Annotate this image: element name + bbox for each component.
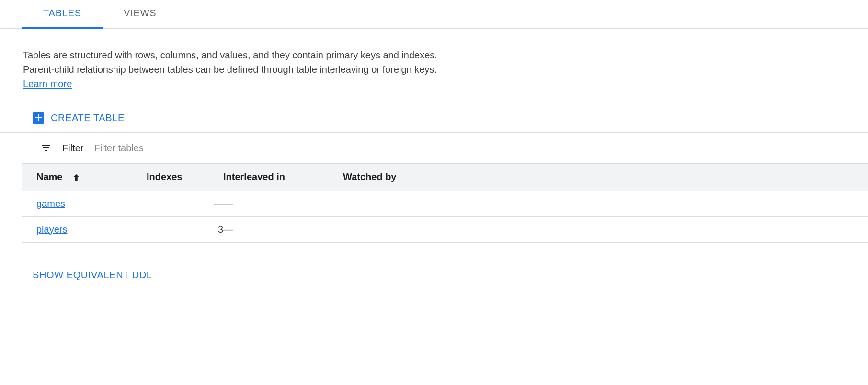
description-body: Tables are structured with rows, columns…	[23, 50, 437, 75]
cell-interleaved: —	[223, 216, 343, 242]
tab-bar: TABLES VIEWS	[0, 0, 868, 29]
create-table-button[interactable]: CREATE TABLE	[33, 112, 125, 124]
filter-label: Filter	[62, 143, 83, 154]
column-header-indexes[interactable]: Indexes	[147, 164, 223, 191]
cell-watched	[343, 191, 868, 216]
column-header-interleaved[interactable]: Interleaved in	[223, 164, 343, 191]
table-row: players 3 —	[22, 216, 868, 242]
plus-icon	[33, 112, 44, 124]
filter-bar: Filter	[0, 132, 868, 163]
table-name-link[interactable]: players	[36, 224, 67, 235]
learn-more-link[interactable]: Learn more	[23, 79, 72, 89]
filter-input[interactable]	[94, 143, 238, 154]
cell-interleaved: —	[223, 191, 343, 216]
show-equivalent-ddl-button[interactable]: SHOW EQUIVALENT DDL	[33, 270, 152, 281]
create-table-label: CREATE TABLE	[51, 113, 125, 124]
table-name-link[interactable]: games	[36, 198, 65, 209]
filter-icon	[40, 142, 52, 154]
column-header-name[interactable]: Name	[22, 164, 147, 191]
description-text: Tables are structured with rows, columns…	[0, 29, 450, 91]
column-header-watched[interactable]: Watched by	[343, 164, 868, 191]
cell-indexes: —	[147, 191, 223, 216]
cell-indexes: 3	[147, 216, 223, 242]
column-header-name-label: Name	[36, 171, 62, 182]
tab-views[interactable]: VIEWS	[103, 0, 177, 29]
table-row: games — —	[22, 191, 868, 216]
tab-tables[interactable]: TABLES	[22, 0, 103, 29]
tables-list: Name Indexes Interleaved in Watched by g…	[22, 163, 868, 243]
cell-watched	[343, 216, 868, 242]
sort-ascending-icon	[71, 172, 81, 183]
